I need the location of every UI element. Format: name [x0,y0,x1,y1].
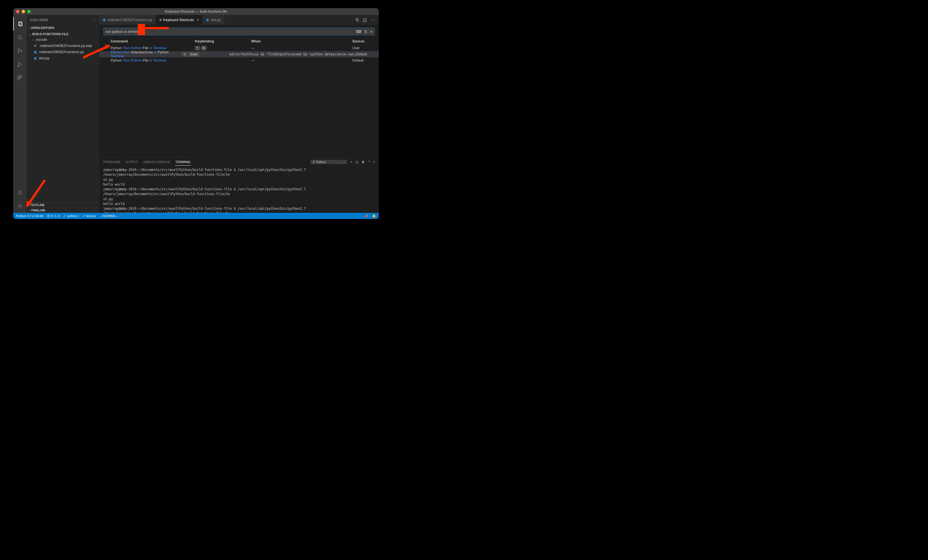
shortcuts-rows: Python: Run Python File in Terminal^R—Us… [99,45,379,157]
svg-point-4 [18,49,19,50]
window-title: Keyboard Shortcuts — build-functions-fil… [13,9,379,14]
vscode-window: Keyboard Shortcuts — build-functions-fil… [13,8,379,219]
notifications-icon[interactable]: 🔔 [372,214,376,218]
status-python[interactable]: Python 3.7.2 64-bit [16,214,43,218]
shortcut-row[interactable]: Python: Run Selection/Line in Python Ter… [99,51,379,57]
editor-area: ⬢ netbrainCMDB2Functions.py ≡ Keyboard S… [99,15,379,213]
terminal-selector[interactable]: 2: Python ⌄ [310,160,347,164]
sidebar-more-icon[interactable]: ··· [93,18,96,21]
tab-keyboard-shortcuts[interactable]: ≡ Keyboard Shortcuts × [156,15,203,25]
chevron-down-icon: ⌄ [29,33,31,36]
keyboard-icon: ≡ [159,18,162,22]
sidebar-header: EXPLORER ··· [27,15,99,25]
status-item-test[interactable]: ✓ test.py [82,214,96,218]
titlebar: Keyboard Shortcuts — build-functions-fil… [13,8,379,15]
shortcut-row[interactable]: Python: Run Python File in Terminal—Defa… [99,57,379,64]
editor-tabs: ⬢ netbrainCMDB2Functions.py ≡ Keyboard S… [99,15,379,25]
terminal-output[interactable]: jemurray@mbp-2019:~/Documents/src/wustlP… [99,166,379,213]
python-file-icon: ⬢ [103,18,106,22]
split-editor-icon[interactable]: ◫ [363,17,367,23]
timeline-section[interactable]: › TIMELINE [27,208,99,213]
status-vim-mode: -- NORMAL -- [99,214,119,218]
sort-icon[interactable]: ⇅ [364,29,367,34]
panel-tab-terminal[interactable]: TERMINAL [175,159,191,166]
python-file-icon: ⬢ [206,18,209,22]
close-panel-icon[interactable]: × [373,160,375,163]
activity-bar [13,15,27,213]
header-source[interactable]: Source [353,40,375,43]
editor-actions: ⎘ ◫ ··· [353,15,379,25]
python-file-icon: ⬢ [33,56,37,60]
folder-section[interactable]: ⌄ BUILD-FUNCTIONS-FILE [27,32,99,37]
status-item-python[interactable]: ✓ python | [63,214,79,218]
svg-point-5 [18,52,19,53]
split-terminal-icon[interactable]: ◫ [356,160,358,164]
panel-tab-output[interactable]: OUTPUT [125,159,138,165]
svg-point-6 [21,50,22,52]
chevron-right-icon: › [29,26,30,29]
run-debug-icon[interactable] [13,58,27,71]
svg-point-13 [20,206,21,207]
kill-terminal-icon[interactable]: 🗑 [362,160,365,163]
tree-file-swp[interactable]: ≡ .netbrainCMDB2Functions.py.swp [27,43,99,49]
warning-icon: ⚠ [54,214,57,218]
tree-folder-vscode[interactable]: › .vscode [27,37,99,43]
tree-file-netbrain[interactable]: ⬢ netbrainCMDB2Functions.py [27,49,99,55]
close-icon[interactable]: × [197,18,199,22]
new-terminal-icon[interactable]: + [350,160,352,163]
file-icon: ≡ [33,44,37,48]
header-keybinding[interactable]: Keybinding [195,40,251,43]
settings-gear-icon[interactable] [13,199,27,213]
error-icon: ⓧ [47,214,50,218]
feedback-icon[interactable]: 📣 [364,214,368,218]
svg-point-8 [18,66,19,66]
more-actions-icon[interactable]: ··· [371,17,375,23]
shortcuts-search-input[interactable] [106,29,356,34]
python-file-icon: ⬢ [33,50,37,54]
svg-point-12 [19,191,21,192]
keyboard-shortcuts-view: ⌨ ⇅ ≡ Command Keybinding When Source Pyt… [99,25,379,157]
search-icon[interactable] [13,31,27,44]
shortcuts-headers: Command Keybinding When Source [99,38,379,45]
open-editors-section[interactable]: › OPEN EDITORS [27,25,99,31]
svg-rect-9 [18,76,20,78]
outline-section[interactable]: › OUTLINE [27,202,99,208]
extensions-icon[interactable] [13,71,27,85]
chevron-right-icon: › [33,38,34,41]
svg-rect-10 [20,76,22,78]
status-problems[interactable]: ⓧ0 ⚠0 [47,214,60,218]
tree-file-test[interactable]: ⬢ test.py [27,55,99,61]
clear-icon[interactable]: ≡ [370,29,372,34]
svg-line-3 [21,38,22,40]
chevron-right-icon: › [29,203,30,207]
chevron-right-icon: › [29,209,30,212]
svg-marker-7 [18,63,22,66]
svg-point-2 [18,35,21,39]
open-file-icon[interactable]: ⎘ [356,17,359,23]
workbench-body: EXPLORER ··· › OPEN EDITORS ⌄ BUILD-FUNC… [13,15,379,213]
source-control-icon[interactable] [13,44,27,58]
panel-tabs: PROBLEMS OUTPUT DEBUG CONSOLE TERMINAL 2… [99,157,379,166]
accounts-icon[interactable] [13,186,27,199]
tab-test[interactable]: ⬢ test.py [203,15,225,25]
panel-tab-debug[interactable]: DEBUG CONSOLE [143,159,170,165]
maximize-panel-icon[interactable]: ^ [368,160,369,163]
record-keys-icon[interactable]: ⌨ [356,29,361,34]
svg-rect-11 [18,78,20,80]
sidebar-title: EXPLORER [30,18,48,21]
status-bar: Python 3.7.2 64-bit ⓧ0 ⚠0 ✓ python | ✓ t… [13,213,379,219]
header-when[interactable]: When [251,40,353,43]
tab-netbrain[interactable]: ⬢ netbrainCMDB2Functions.py [99,15,156,25]
explorer-icon[interactable] [13,17,27,31]
sidebar-explorer: EXPLORER ··· › OPEN EDITORS ⌄ BUILD-FUNC… [27,15,99,213]
header-command[interactable]: Command [110,40,195,43]
chevron-down-icon: ⌄ [343,160,345,164]
panel: PROBLEMS OUTPUT DEBUG CONSOLE TERMINAL 2… [99,157,379,213]
shortcuts-search-box[interactable]: ⌨ ⇅ ≡ [103,27,375,35]
panel-tab-problems[interactable]: PROBLEMS [103,159,121,165]
